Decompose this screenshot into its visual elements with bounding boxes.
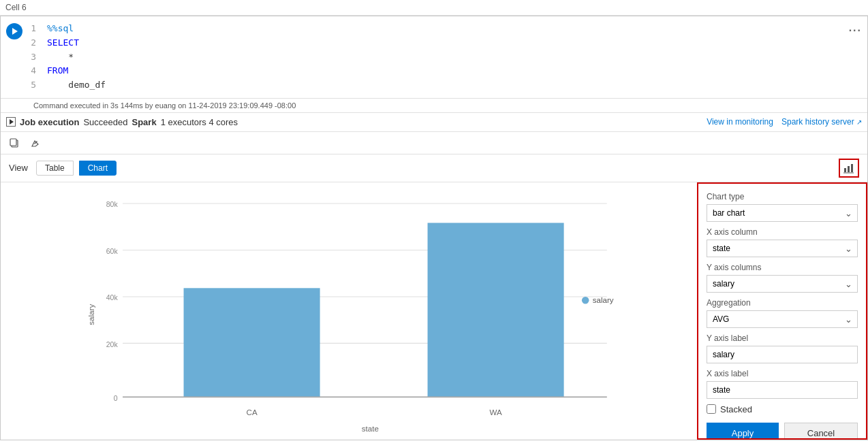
chart-area: salary 80k 60k 40k 20k 0: [1, 182, 697, 440]
y-axis-label-label: Y axis label: [707, 333, 858, 343]
x-axis-label-label: X axis label: [707, 369, 858, 378]
apply-button[interactable]: Apply: [707, 423, 779, 440]
y-axis-columns-wrapper: salary state: [707, 275, 858, 293]
stacked-label: Stacked: [720, 404, 752, 414]
view-monitoring-link[interactable]: View in monitoring: [707, 117, 773, 127]
clear-icon[interactable]: [28, 135, 44, 151]
y-axis-columns-label: Y axis columns: [707, 263, 858, 272]
executors-info: 1 executors 4 cores: [161, 117, 238, 127]
view-controls: View Table Chart: [1, 154, 867, 182]
x-axis-column-select[interactable]: state salary: [707, 240, 858, 257]
chart-type-wrapper: bar chart line chart pie chart scatter c…: [707, 204, 858, 222]
play-small-button[interactable]: [6, 117, 16, 127]
title-bar: Cell 6: [0, 0, 868, 16]
svg-text:WA: WA: [489, 408, 501, 416]
svg-rect-3: [844, 168, 846, 172]
toolbar-row: [1, 132, 867, 154]
cell-title: Cell 6: [5, 3, 27, 12]
job-execution-label: Job execution: [20, 117, 79, 127]
more-options-button[interactable]: ...: [843, 16, 867, 98]
settings-panel: Chart type bar chart line chart pie char…: [697, 182, 867, 440]
svg-rect-5: [851, 164, 853, 172]
y-axis-columns-select[interactable]: salary state: [707, 275, 858, 293]
svg-text:80k: 80k: [106, 200, 119, 208]
job-bar: Job execution Succeeded Spark 1 executor…: [1, 113, 867, 132]
svg-rect-4: [848, 166, 850, 172]
svg-text:20k: 20k: [106, 340, 119, 348]
view-label: View: [9, 163, 28, 173]
x-axis-column-label: X axis column: [707, 227, 858, 237]
bar-wa: [428, 223, 564, 397]
execution-info: Command executed in 3s 144ms by euang on…: [1, 99, 867, 113]
run-button[interactable]: [6, 23, 22, 39]
copy-icon[interactable]: [6, 135, 22, 151]
cancel-button[interactable]: Cancel: [784, 423, 858, 440]
chart-settings-button[interactable]: [839, 159, 859, 178]
line-numbers: 1 2 3 4 5: [28, 16, 42, 98]
cell-container: 1 2 3 4 5 %%sql SELECT * FROM demo_df ..…: [0, 16, 868, 440]
svg-point-21: [582, 297, 589, 304]
svg-text:0: 0: [114, 394, 118, 402]
svg-text:CA: CA: [247, 408, 258, 416]
x-axis-column-wrapper: state salary: [707, 240, 858, 257]
spark-history-link[interactable]: Spark history server ↗: [781, 117, 862, 127]
svg-rect-1: [10, 139, 16, 146]
chart-svg: salary 80k 60k 40k 20k 0: [14, 189, 690, 433]
code-area: 1 2 3 4 5 %%sql SELECT * FROM demo_df ..…: [1, 16, 867, 99]
aggregation-wrapper: AVG SUM COUNT MIN MAX: [707, 310, 858, 328]
main-content: salary 80k 60k 40k 20k 0: [1, 182, 867, 440]
svg-text:salary: salary: [593, 296, 614, 304]
x-axis-label-input[interactable]: [707, 381, 858, 399]
y-axis-label: salary: [87, 304, 95, 325]
svg-text:state: state: [362, 425, 379, 433]
stacked-row: Stacked: [707, 404, 858, 414]
spark-label: Spark: [131, 117, 156, 127]
aggregation-select[interactable]: AVG SUM COUNT MIN MAX: [707, 310, 858, 328]
job-status: Succeeded: [83, 117, 127, 127]
aggregation-label: Aggregation: [707, 298, 858, 308]
svg-text:40k: 40k: [106, 293, 119, 301]
chart-type-label: Chart type: [707, 192, 858, 201]
chart-tab[interactable]: Chart: [79, 161, 117, 176]
bar-ca: [184, 288, 320, 397]
job-bar-right: View in monitoring Spark history server …: [707, 117, 862, 127]
chart-type-select[interactable]: bar chart line chart pie chart scatter c…: [707, 204, 858, 222]
job-bar-left: Job execution Succeeded Spark 1 executor…: [6, 117, 707, 127]
y-axis-label-input[interactable]: [707, 346, 858, 363]
svg-text:60k: 60k: [106, 247, 119, 255]
stacked-checkbox[interactable]: [707, 404, 716, 414]
code-content[interactable]: %%sql SELECT * FROM demo_df: [42, 16, 843, 98]
settings-actions: Apply Cancel: [707, 423, 858, 440]
table-tab[interactable]: Table: [36, 161, 74, 176]
